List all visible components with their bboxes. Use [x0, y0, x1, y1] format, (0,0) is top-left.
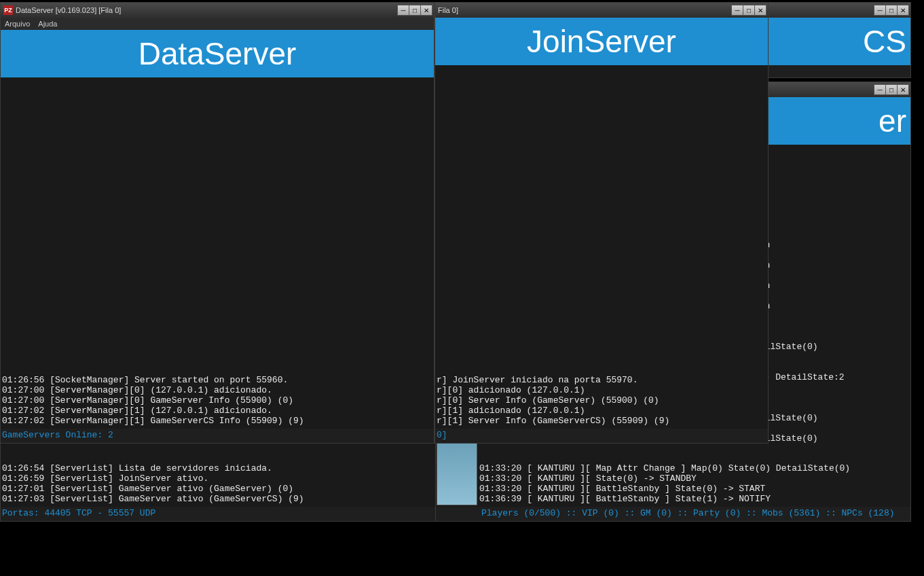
status-dataserver: GameServers Online: 2	[1, 429, 434, 443]
menubar-dataserver: Arquivo Ajuda	[1, 18, 434, 30]
body-joinserver: r] JoinServer iniciado na porta 55970. r…	[435, 65, 768, 429]
close-button[interactable]: ✕	[420, 5, 432, 16]
status-joinserver: 0]	[435, 429, 768, 443]
minimize-button[interactable]: ─	[874, 84, 886, 95]
window-dataserver: PZ DataServer [v0.169.023] [Fila 0] ─ □ …	[0, 2, 435, 444]
maximize-button[interactable]: □	[885, 84, 898, 95]
body-dataserver: 01:26:56 [SocketManager] Server started …	[1, 77, 434, 429]
log-connect: 01:26:54 [ServerList] Lista de servidore…	[2, 463, 434, 504]
log-gameserver-lower: 01:33:20 [ KANTURU ][ Map Attr Change ] …	[479, 463, 909, 504]
maximize-button[interactable]: □	[743, 5, 755, 16]
window-joinserver: Fila 0] ─ □ ✕ JoinServer r] JoinServer i…	[435, 2, 769, 444]
maximize-button[interactable]: □	[885, 5, 898, 16]
log-dataserver: 01:26:56 [SocketManager] Server started …	[2, 375, 432, 426]
banner-dataserver: DataServer	[1, 30, 434, 77]
log-joinserver: r] JoinServer iniciado na porta 55970. r…	[437, 375, 766, 426]
title-dataserver: DataServer [v0.169.023] [Fila 0]	[16, 6, 398, 14]
titlebar-joinserver[interactable]: Fila 0] ─ □ ✕	[435, 3, 768, 18]
app-icon: PZ	[3, 5, 13, 15]
status-gameserver: Players (0/500) :: VIP (0) :: GM (0) :: …	[435, 507, 910, 521]
menu-arquivo[interactable]: Arquivo	[5, 20, 30, 28]
banner-joinserver: JoinServer	[435, 18, 768, 65]
minimize-button[interactable]: ─	[397, 5, 409, 16]
minimize-button[interactable]: ─	[874, 5, 886, 16]
status-connect: Portas: 44405 TCP - 55557 UDP	[1, 507, 435, 521]
title-joinserver: Fila 0]	[438, 6, 732, 14]
log-gameserver-upper: ain ain ain ain tailState(0) e - DetailS…	[754, 240, 909, 444]
minimize-button[interactable]: ─	[731, 5, 743, 16]
close-button[interactable]: ✕	[897, 5, 909, 16]
maximize-button[interactable]: □	[409, 5, 421, 16]
close-button[interactable]: ✕	[754, 5, 766, 16]
thumbnail-image	[437, 441, 477, 505]
menu-ajuda[interactable]: Ajuda	[38, 20, 57, 28]
close-button[interactable]: ✕	[897, 84, 909, 95]
titlebar-dataserver[interactable]: PZ DataServer [v0.169.023] [Fila 0] ─ □ …	[1, 3, 434, 18]
